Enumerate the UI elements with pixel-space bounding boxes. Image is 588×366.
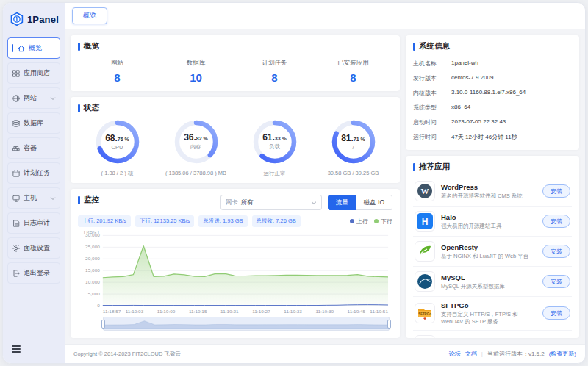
traffic-chart: [ KB/s ]05,00010,00015,00020,00025,00030…: [78, 229, 392, 315]
install-button[interactable]: 安装: [542, 184, 570, 198]
sidebar-item-logout[interactable]: 退出登录: [7, 262, 60, 284]
svg-text:11:19:15: 11:19:15: [189, 309, 207, 314]
sidebar-item-audit[interactable]: 日志审计: [7, 212, 60, 234]
sidebar-item-settings[interactable]: 面板设置: [7, 237, 60, 259]
traffic-tag: 总接收: 7.26 GB: [252, 215, 301, 227]
content: 概览 网站 8数据库 10计划任务 8已安装应用 8 状态: [65, 29, 585, 344]
info-value: x86_64: [451, 104, 470, 112]
sidebar-item-home[interactable]: 概览: [7, 37, 60, 59]
brand-logo[interactable]: 1Panel: [3, 3, 65, 32]
sidebar-item-label: 网站: [24, 93, 37, 103]
datazoom-handle-left[interactable]: [101, 320, 105, 329]
gauge-label: 负载: [269, 143, 280, 151]
home-icon: [17, 44, 26, 53]
stat-label: 计划任务: [235, 59, 314, 68]
stat-value-link[interactable]: 8: [235, 71, 314, 84]
overview-stat: 计划任务 8: [235, 59, 314, 84]
stat-label: 数据库: [157, 59, 235, 68]
status-card-title: 状态: [78, 103, 392, 113]
app-row-wordpress: W WordPress 著名的开源博客软件和 CMS 系统 安装: [413, 176, 572, 206]
store-icon: [12, 69, 21, 78]
nic-select[interactable]: 网卡 所有: [220, 195, 322, 210]
nic-select-value: 所有: [241, 198, 254, 207]
gauge-detail: ( 1385.06 / 3788.98 ) MB: [165, 170, 226, 176]
app-name-link[interactable]: DataEase: [441, 337, 537, 338]
app-name-link[interactable]: SFTPGo: [441, 301, 537, 309]
check-update-link[interactable]: (检查更新): [549, 350, 576, 358]
app-name-link[interactable]: OpenResty: [441, 243, 537, 251]
svg-text:W: W: [421, 187, 429, 195]
sidebar-item-host[interactable]: 主机: [7, 187, 60, 209]
app-info: MySQL MySQL 开源关系型数据库: [441, 273, 537, 290]
gauge-label: 内存: [190, 143, 201, 151]
sidebar-item-schedule[interactable]: 计划任务: [7, 162, 60, 184]
info-value: 3.10.0-1160.88.1.el7.x86_64: [451, 89, 526, 97]
datazoom-handle-right[interactable]: [387, 320, 391, 329]
app-row-dataease: DataEase 人人可用的开源数据可视化分析工具 安装: [413, 330, 572, 339]
system-info-title: 系统信息: [413, 41, 572, 51]
chart-datazoom-slider[interactable]: [103, 317, 390, 331]
sidebar-item-database[interactable]: 数据库: [7, 112, 60, 134]
legend-item[interactable]: 上行: [350, 218, 368, 226]
app-name-link[interactable]: MySQL: [441, 273, 537, 281]
app-info: DataEase 人人可用的开源数据可视化分析工具: [441, 337, 537, 338]
chart-legend: 上行下行: [350, 218, 392, 226]
info-label: 发行版本: [413, 74, 451, 82]
info-label: 启动时间: [413, 118, 451, 126]
tab-overview[interactable]: 概览: [72, 7, 107, 24]
app-description: 著名的开源博客软件和 CMS 系统: [441, 193, 537, 200]
info-value: 1panel-wh: [451, 60, 478, 68]
sidebar-collapse-button[interactable]: [3, 338, 65, 363]
install-button[interactable]: 安装: [542, 245, 570, 258]
system-info-row: 内核版本 3.10.0-1160.88.1.el7.x86_64: [413, 85, 572, 100]
sidebar-item-store[interactable]: 应用商店: [7, 62, 60, 84]
overview-card: 概览 网站 8数据库 10计划任务 8已安装应用 8: [71, 35, 400, 91]
sidebar-item-label: 主机: [24, 193, 37, 203]
version-text: 当前运行版本：v1.5.2: [487, 350, 545, 358]
openresty-icon: [415, 241, 435, 262]
stat-value-link[interactable]: 8: [78, 71, 157, 84]
stat-value-link[interactable]: 8: [314, 71, 392, 84]
gauge-value: 68.76 %: [105, 134, 129, 143]
database-icon: [12, 119, 21, 128]
datazoom-selection[interactable]: [104, 317, 389, 330]
monitor-card-title: 监控: [78, 195, 99, 205]
recommended-apps-title: 推荐应用: [413, 162, 572, 172]
system-info-row: 主机名称 1panel-wh: [413, 56, 572, 71]
svg-text:SFTPGo: SFTPGo: [418, 312, 431, 316]
stat-label: 已安装应用: [314, 59, 392, 68]
gauge-label: /: [352, 144, 354, 151]
forum-link[interactable]: 论坛: [449, 350, 461, 358]
install-button[interactable]: 安装: [542, 275, 570, 288]
install-button[interactable]: 安装: [542, 215, 570, 228]
docs-link[interactable]: 文档: [465, 350, 477, 358]
monitor-header: 监控 网卡 所有 流量 磁盘 IO: [78, 195, 392, 210]
traffic-mode-button[interactable]: 流量: [328, 195, 356, 210]
main-area: 概览 概览 网站 8数据库 10计划任务 8已安装应用 8 状态: [65, 3, 585, 363]
app-info: SFTPGo 支持自定义 HTTP/S，FTP/S 和 WebDAV 的 SFT…: [441, 301, 537, 326]
sidebar-item-label: 数据库: [24, 118, 43, 128]
sidebar-item-globe[interactable]: 网站: [7, 87, 60, 109]
app-row-sftpgo: SFTPGo SFTPGo 支持自定义 HTTP/S，FTP/S 和 WebDA…: [413, 296, 572, 330]
stat-value-link[interactable]: 10: [157, 71, 235, 84]
info-label: 内核版本: [413, 89, 451, 97]
app-name-link[interactable]: WordPress: [441, 183, 537, 191]
app-name-link[interactable]: Halo: [441, 213, 537, 221]
sidebar-item-label: 退出登录: [24, 268, 50, 278]
svg-text:11:18:57: 11:18:57: [103, 309, 121, 314]
install-button[interactable]: 安装: [542, 306, 570, 320]
overview-stat: 已安装应用 8: [314, 59, 392, 84]
monitor-tags-row: 上行: 201.92 KB/s下行: 12135.25 KB/s总发送: 1.9…: [78, 215, 392, 227]
gauge-: 61.33 % 负载 运行正常: [235, 119, 314, 177]
sidebar-item-label: 概览: [29, 43, 42, 53]
sidebar-item-label: 计划任务: [24, 168, 50, 178]
app-row-mysql: MySQL MySQL 开源关系型数据库 安装: [413, 266, 572, 296]
sidebar-item-container[interactable]: 容器: [7, 137, 60, 159]
info-value: centos-7.9.2009: [451, 74, 493, 82]
disk-io-mode-button[interactable]: 磁盘 IO: [356, 195, 392, 210]
topbar: 概览: [65, 3, 585, 29]
legend-item[interactable]: 下行: [374, 218, 392, 226]
system-info-row: 发行版本 centos-7.9.2009: [413, 71, 572, 85]
legend-dot: [374, 219, 379, 223]
app-description: MySQL 开源关系型数据库: [441, 283, 537, 290]
